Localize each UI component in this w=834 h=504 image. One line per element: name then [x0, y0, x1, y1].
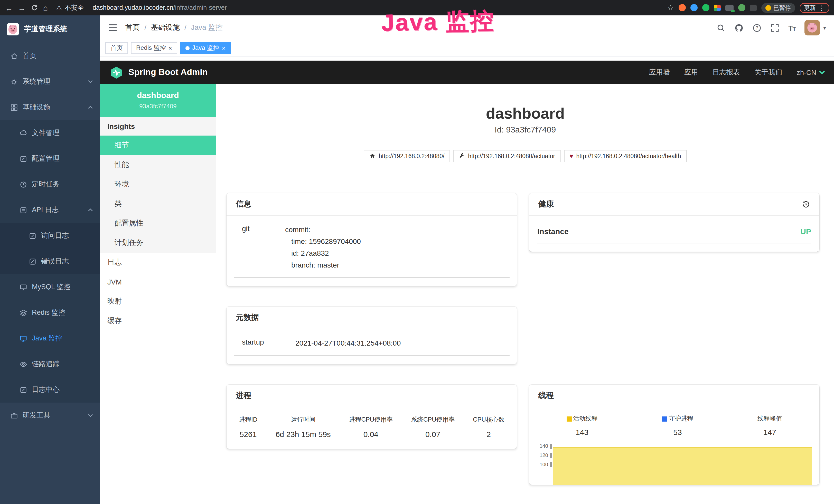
- reload-icon[interactable]: [31, 4, 38, 11]
- breadcrumb-infrastructure[interactable]: 基础设施: [151, 23, 180, 32]
- search-icon[interactable]: [716, 23, 725, 32]
- extension-icon-leaf[interactable]: [738, 4, 745, 11]
- card-title: 进程: [236, 391, 251, 401]
- sba-item-scheduled-tasks[interactable]: 计划任务: [100, 233, 216, 253]
- legend-swatch-blue: [662, 416, 667, 421]
- bookmark-star-icon[interactable]: ☆: [667, 4, 674, 12]
- svg-text:?: ?: [755, 25, 758, 30]
- browser-chrome: ← → ⌂ ⚠ 不安全 dashboard.yudao.iocoder.cn/i…: [0, 0, 834, 16]
- tag-redis-monitor[interactable]: Redis 监控×: [131, 42, 177, 54]
- help-icon[interactable]: ?: [752, 23, 761, 32]
- extension-icon-orange[interactable]: [678, 4, 685, 11]
- sba-item-caches[interactable]: 缓存: [100, 311, 216, 331]
- sba-nav-wallboard[interactable]: 应用墙: [649, 68, 670, 77]
- col-value: 0.07: [411, 430, 455, 439]
- paused-badge[interactable]: 已暂停: [761, 3, 795, 13]
- sba-brand-title[interactable]: Spring Boot Admin: [128, 67, 208, 77]
- sidebar-item-system-management[interactable]: 系统管理: [0, 69, 100, 94]
- sidebar-item-access-logs[interactable]: 访问日志: [0, 223, 100, 249]
- tag-label: Java 监控: [192, 44, 219, 52]
- info-row-git: git commit: time: 1596289704000 id: 27aa…: [234, 224, 510, 278]
- sba-item-metrics[interactable]: 性能: [100, 155, 216, 175]
- sba-nav-about[interactable]: 关于我们: [754, 68, 782, 77]
- back-icon[interactable]: ←: [5, 4, 13, 12]
- sidebar-toggle-icon[interactable]: [108, 24, 117, 31]
- sidebar-item-infrastructure[interactable]: 基础设施: [0, 94, 100, 120]
- sidebar-item-tracing[interactable]: 链路追踪: [0, 351, 100, 377]
- user-menu[interactable]: ▾: [805, 20, 826, 36]
- y-tick: 100: [540, 462, 552, 467]
- extension-icon-grid[interactable]: [714, 4, 721, 11]
- sidebar-item-label: 首页: [23, 51, 37, 61]
- sidebar-item-error-logs[interactable]: 错误日志: [0, 249, 100, 274]
- paused-badge-label: 已暂停: [773, 4, 791, 12]
- extension-icon-on-badge[interactable]: [725, 4, 733, 11]
- font-size-icon[interactable]: TT: [788, 23, 795, 32]
- sidebar-item-config-management[interactable]: 配置管理: [0, 146, 100, 171]
- sba-nav-journal[interactable]: 日志报表: [712, 68, 740, 77]
- instance-links: http://192.168.0.2:48080/ http://192.168…: [216, 150, 834, 162]
- security-chip[interactable]: ⚠ 不安全: [56, 3, 84, 12]
- extension-icon-green[interactable]: [702, 4, 709, 11]
- github-icon[interactable]: [734, 23, 743, 32]
- breadcrumb-current: Java 监控: [191, 23, 223, 32]
- sidebar-item-redis-monitor[interactable]: Redis 监控: [0, 300, 100, 325]
- fullscreen-icon[interactable]: [770, 23, 779, 32]
- tag-home[interactable]: 首页: [105, 42, 128, 54]
- sba-group-insights[interactable]: Insights: [100, 117, 216, 136]
- close-icon[interactable]: ×: [222, 45, 225, 51]
- avatar[interactable]: [805, 20, 820, 36]
- y-tick: 140: [540, 444, 552, 449]
- sidebar-item-mysql-monitor[interactable]: MySQL 监控: [0, 274, 100, 300]
- home-icon[interactable]: ⌂: [43, 4, 48, 12]
- health-label: Instance: [537, 227, 569, 236]
- health-url-link[interactable]: ♥ http://192.168.0.2:48080/actuator/heal…: [564, 150, 686, 162]
- tag-java-monitor[interactable]: Java 监控×: [180, 42, 231, 54]
- metadata-key: startup: [234, 338, 295, 349]
- y-tick: 120: [540, 453, 552, 458]
- breadcrumb-home[interactable]: 首页: [125, 23, 140, 32]
- sba-item-classes[interactable]: 类: [100, 194, 216, 214]
- sidebar-item-file-management[interactable]: 文件管理: [0, 120, 100, 146]
- metadata-row-startup: startup 2021-04-27T00:44:31.254+08:00: [234, 338, 510, 356]
- tag-label: 首页: [110, 44, 123, 52]
- tags-bar: 首页 Redis 监控× Java 监控×: [100, 40, 834, 56]
- address-bar[interactable]: ⚠ 不安全 dashboard.yudao.iocoder.cn/infra/a…: [53, 3, 662, 12]
- log-icon: [20, 206, 27, 214]
- sidebar-item-api-logs[interactable]: API 日志: [0, 197, 100, 223]
- actuator-url-link[interactable]: http://192.168.0.2:48080/actuator: [453, 150, 561, 162]
- legend-value: 53: [662, 428, 693, 437]
- sidebar-item-label: 文件管理: [32, 129, 60, 138]
- app-logo[interactable]: 芋道管理系统: [0, 16, 100, 43]
- col-label: CPU核心数: [473, 416, 504, 425]
- sidebar-item-scheduled-jobs[interactable]: 定时任务: [0, 171, 100, 197]
- sba-nav-applications[interactable]: 应用: [684, 68, 698, 77]
- kebab-menu-icon[interactable]: ⋮: [818, 4, 825, 12]
- update-button[interactable]: 更新 ⋮: [800, 3, 829, 13]
- forward-icon[interactable]: →: [18, 4, 26, 12]
- doc-icon: [29, 257, 37, 265]
- sba-item-mappings[interactable]: 映射: [100, 292, 216, 311]
- sidebar-item-java-monitor[interactable]: Java 监控: [0, 325, 100, 351]
- col-value: 0.04: [349, 430, 393, 439]
- sba-item-jvm[interactable]: JVM: [100, 272, 216, 292]
- locale-selector[interactable]: zh-CN: [796, 69, 825, 76]
- sba-item-logs[interactable]: 日志: [100, 253, 216, 272]
- legend-daemon-threads: 守护进程 53: [662, 415, 693, 437]
- live-threads-area: [553, 448, 812, 485]
- extension-icon-blue-drop[interactable]: [690, 4, 697, 11]
- instance-header[interactable]: dashboard 93a3fc7f7409: [100, 84, 216, 117]
- sidebar-item-log-center[interactable]: 日志中心: [0, 377, 100, 403]
- caret-down-icon: ▾: [823, 24, 826, 31]
- sba-item-config-props[interactable]: 配置属性: [100, 214, 216, 233]
- service-url-link[interactable]: http://192.168.0.2:48080/: [364, 150, 450, 162]
- header-actions: ? TT ▾: [716, 20, 826, 36]
- sidebar-item-home[interactable]: 首页: [0, 43, 100, 69]
- close-icon[interactable]: ×: [169, 45, 172, 51]
- sidebar-item-dev-tools[interactable]: 研发工具: [0, 403, 100, 428]
- extensions-puzzle-icon[interactable]: [750, 4, 756, 11]
- history-icon[interactable]: [802, 200, 810, 208]
- sba-item-environment[interactable]: 环境: [100, 175, 216, 194]
- spring-boot-admin-logo-icon[interactable]: [109, 66, 123, 79]
- sba-item-details[interactable]: 细节: [100, 136, 216, 155]
